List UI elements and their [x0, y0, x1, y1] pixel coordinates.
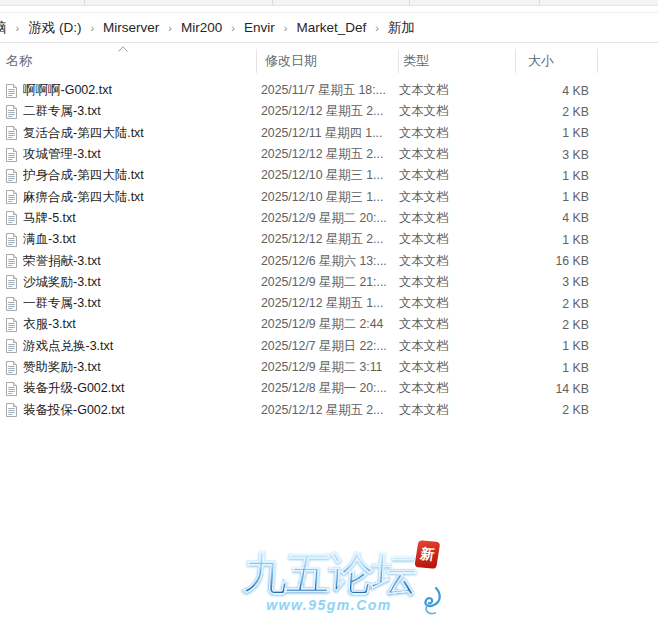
- text-file-icon: [4, 147, 19, 163]
- file-type: 文本文档: [399, 103, 513, 120]
- file-type: 文本文档: [399, 125, 513, 142]
- file-size: 1 KB: [513, 190, 589, 204]
- text-file-icon: [4, 274, 19, 290]
- file-type: 文本文档: [399, 402, 513, 419]
- file-row[interactable]: 荣誉捐献-3.txt 2025/12/6 星期六 13:... 文本文档 16 …: [0, 250, 658, 271]
- file-size: 14 KB: [513, 382, 589, 396]
- column-header-row: 名称 修改日期 类型 大小: [0, 43, 658, 77]
- file-row[interactable]: 赞助奖励-3.txt 2025/12/9 星期二 3:11 文本文档 1 KB: [0, 357, 658, 378]
- file-type: 文本文档: [399, 253, 513, 270]
- file-date-modified: 2025/12/11 星期四 1...: [261, 125, 399, 142]
- text-file-icon: [4, 253, 19, 269]
- text-file-icon: [4, 168, 19, 184]
- file-name: 麻痹合成-第四大陆.txt: [23, 189, 261, 206]
- file-type: 文本文档: [399, 167, 513, 184]
- file-name: 装备投保-G002.txt: [23, 402, 261, 419]
- file-name: 攻城管理-3.txt: [23, 146, 261, 163]
- new-seal-stamp: 新: [414, 540, 440, 569]
- file-size: 2 KB: [513, 105, 589, 119]
- file-row[interactable]: 护身合成-第四大陆.txt 2025/12/10 星期三 1... 文本文档 1…: [0, 165, 658, 186]
- ribbon-bottom-strip: [0, 0, 658, 6]
- file-row[interactable]: 二群专属-3.txt 2025/12/12 星期五 2... 文本文档 2 KB: [0, 101, 658, 122]
- file-name: 一群专属-3.txt: [23, 295, 261, 312]
- breadcrumb-item[interactable]: Envir: [243, 18, 276, 37]
- file-row[interactable]: 装备投保-G002.txt 2025/12/12 星期五 2... 文本文档 2…: [0, 399, 658, 420]
- text-file-icon: [4, 232, 19, 248]
- breadcrumb-item[interactable]: Mir200: [180, 18, 223, 37]
- breadcrumb-separator-icon: ›: [82, 22, 102, 34]
- column-header-date-modified[interactable]: 修改日期: [257, 43, 399, 77]
- file-name: 游戏点兑换-3.txt: [23, 338, 261, 355]
- file-date-modified: 2025/12/10 星期三 1...: [261, 189, 399, 206]
- file-type: 文本文档: [399, 82, 513, 99]
- file-date-modified: 2025/12/12 星期五 2...: [261, 103, 399, 120]
- breadcrumb-item[interactable]: 新加: [387, 17, 416, 39]
- file-size: 4 KB: [513, 84, 589, 98]
- file-type: 文本文档: [399, 338, 513, 355]
- forum-logo-text: 九五论坛: [241, 551, 416, 596]
- explorer-window: 脑›游戏 (D:)›Mirserver›Mir200›Envir›Market_…: [0, 0, 658, 628]
- column-header-name-label: 名称: [6, 52, 32, 70]
- column-header-size[interactable]: 大小: [516, 43, 598, 77]
- forum-watermark: 九五论坛 新 www.95gm.Com: [209, 551, 449, 613]
- file-size: 2 KB: [513, 297, 589, 311]
- file-row[interactable]: 麻痹合成-第四大陆.txt 2025/12/10 星期三 1... 文本文档 1…: [0, 186, 658, 207]
- file-row[interactable]: 沙城奖励-3.txt 2025/12/9 星期二 21:... 文本文档 3 K…: [0, 272, 658, 293]
- text-file-icon: [4, 189, 19, 205]
- file-list: 啊啊啊-G002.txt 2025/11/7 星期五 18:... 文本文档 4…: [0, 80, 658, 421]
- file-name: 衣服-3.txt: [23, 316, 261, 333]
- breadcrumb-separator-icon: ›: [223, 22, 243, 34]
- breadcrumb: 脑›游戏 (D:)›Mirserver›Mir200›Envir›Market_…: [0, 13, 416, 42]
- file-date-modified: 2025/12/9 星期二 21:...: [261, 274, 399, 291]
- file-row[interactable]: 啊啊啊-G002.txt 2025/11/7 星期五 18:... 文本文档 4…: [0, 80, 658, 101]
- text-file-icon: [4, 125, 19, 141]
- file-row[interactable]: 马牌-5.txt 2025/12/9 星期二 20:... 文本文档 4 KB: [0, 208, 658, 229]
- file-type: 文本文档: [399, 210, 513, 227]
- sort-ascending-icon: [118, 46, 128, 52]
- file-date-modified: 2025/12/12 星期五 2...: [261, 231, 399, 248]
- file-name: 啊啊啊-G002.txt: [23, 82, 261, 99]
- breadcrumb-separator-icon: ›: [8, 22, 28, 34]
- file-row[interactable]: 复活合成-第四大陆.txt 2025/12/11 星期四 1... 文本文档 1…: [0, 123, 658, 144]
- file-size: 2 KB: [513, 403, 589, 417]
- file-row[interactable]: 一群专属-3.txt 2025/12/12 星期五 1... 文本文档 2 KB: [0, 293, 658, 314]
- column-header-type[interactable]: 类型: [399, 43, 516, 77]
- file-row[interactable]: 游戏点兑换-3.txt 2025/12/7 星期日 22:... 文本文档 1 …: [0, 336, 658, 357]
- file-row[interactable]: 衣服-3.txt 2025/12/9 星期二 2:44 文本文档 2 KB: [0, 314, 658, 335]
- file-date-modified: 2025/12/9 星期二 2:44: [261, 316, 399, 333]
- file-name: 复活合成-第四大陆.txt: [23, 125, 261, 142]
- breadcrumb-item[interactable]: 游戏 (D:): [27, 17, 82, 39]
- file-name: 荣誉捐献-3.txt: [23, 253, 261, 270]
- text-file-icon: [4, 317, 19, 333]
- file-type: 文本文档: [399, 359, 513, 376]
- column-header-date-label: 修改日期: [265, 52, 317, 70]
- breadcrumb-separator-icon: ›: [160, 22, 180, 34]
- file-date-modified: 2025/12/8 星期一 20:...: [261, 380, 399, 397]
- column-header-name[interactable]: 名称: [0, 43, 257, 77]
- breadcrumb-item[interactable]: Market_Def: [295, 18, 367, 37]
- file-size: 1 KB: [513, 233, 589, 247]
- file-row[interactable]: 满血-3.txt 2025/12/12 星期五 2... 文本文档 1 KB: [0, 229, 658, 250]
- file-date-modified: 2025/12/9 星期二 20:...: [261, 210, 399, 227]
- file-row[interactable]: 装备升级-G002.txt 2025/12/8 星期一 20:... 文本文档 …: [0, 378, 658, 399]
- file-name: 装备升级-G002.txt: [23, 380, 261, 397]
- file-name: 二群专属-3.txt: [23, 103, 261, 120]
- file-type: 文本文档: [399, 146, 513, 163]
- file-name: 沙城奖励-3.txt: [23, 274, 261, 291]
- file-name: 满血-3.txt: [23, 231, 261, 248]
- file-name: 赞助奖励-3.txt: [23, 359, 261, 376]
- file-size: 3 KB: [513, 148, 589, 162]
- breadcrumb-separator-icon: ›: [276, 22, 296, 34]
- breadcrumb-item[interactable]: 脑: [0, 17, 8, 39]
- file-date-modified: 2025/11/7 星期五 18:...: [261, 82, 399, 99]
- dragon-swirl-icon: [416, 586, 444, 616]
- forum-url-text: www.95gm.Com: [209, 597, 449, 613]
- file-date-modified: 2025/12/12 星期五 1...: [261, 295, 399, 312]
- column-header-type-label: 类型: [403, 52, 429, 70]
- ribbon-divider: [84, 0, 85, 5]
- file-date-modified: 2025/12/7 星期日 22:...: [261, 338, 399, 355]
- breadcrumb-item[interactable]: Mirserver: [102, 18, 160, 37]
- file-size: 1 KB: [513, 169, 589, 183]
- ribbon-divider: [272, 0, 273, 5]
- file-row[interactable]: 攻城管理-3.txt 2025/12/12 星期五 2... 文本文档 3 KB: [0, 144, 658, 165]
